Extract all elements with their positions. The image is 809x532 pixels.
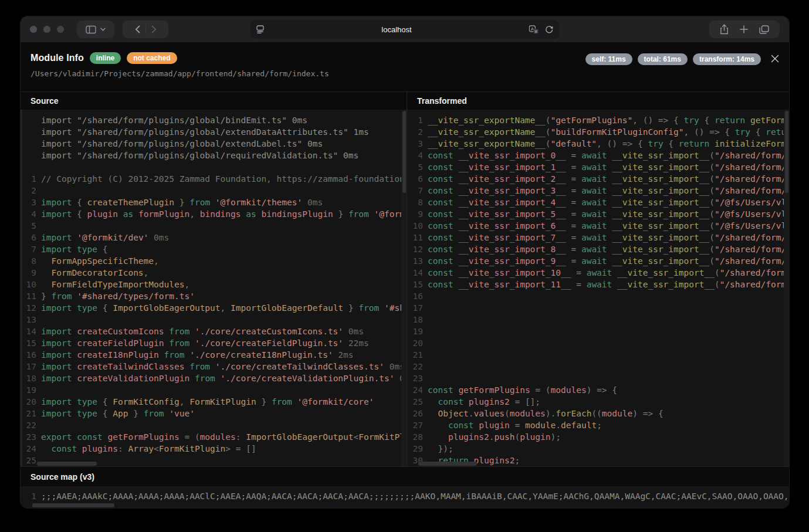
source-vscrollbar-thumb[interactable] <box>402 111 406 193</box>
code-panes: Source import "/shared/form/plugins/glob… <box>21 92 789 466</box>
code-line <box>21 161 407 173</box>
code-line: 4const __vite_ssr_import_0__ = await __v… <box>407 150 789 161</box>
line-number: 4 <box>407 150 423 161</box>
code-line: 24const getFormPlugins = (modules) => { <box>407 384 789 396</box>
transform-time-badge: transform: 14ms <box>693 53 761 65</box>
line-number <box>21 114 36 126</box>
code-line: 27 const plugin = module.default; <box>407 419 789 431</box>
code-line: import "/shared/form/plugins/global/exte… <box>21 138 407 150</box>
code-line: 16import createI18nPlugin from './core/c… <box>21 349 407 361</box>
line-number: 7 <box>407 185 423 196</box>
line-number: 4 <box>21 208 36 220</box>
minimize-window-button[interactable] <box>43 26 50 33</box>
module-info-header: Module Info inline not cached /Users/vla… <box>21 42 789 92</box>
line-number: 13 <box>21 314 36 326</box>
code-line: 20 <box>407 337 789 349</box>
code-line: 8 FormAppSpecificTheme, <box>21 255 407 267</box>
transformed-pane: Transformed 1__vite_ssr_exportName__("ge… <box>407 92 789 466</box>
code-line: 11} from '#shared/types/form.ts' <box>21 290 407 302</box>
line-number: 1 <box>21 490 36 502</box>
module-inspect-page: Module Info inline not cached /Users/vla… <box>21 42 789 508</box>
close-window-button[interactable] <box>30 26 37 33</box>
source-pane: Source import "/shared/form/plugins/glob… <box>21 92 407 466</box>
nav-buttons <box>123 21 168 38</box>
line-number: 16 <box>21 349 36 361</box>
total-time-badge: total: 61ms <box>638 53 688 65</box>
line-number: 29 <box>407 443 423 455</box>
share-icon[interactable] <box>720 24 729 35</box>
zoom-window-button[interactable] <box>57 26 64 33</box>
line-number: 8 <box>407 196 423 208</box>
code-line: 2 <box>21 185 407 196</box>
code-line: 13 <box>21 314 407 326</box>
line-number: 20 <box>407 337 423 349</box>
toolbar-right-buttons <box>709 21 780 38</box>
line-number: 3 <box>21 196 36 208</box>
sourcemap-title: Source map (v3) <box>21 466 789 486</box>
forward-icon[interactable] <box>151 25 157 33</box>
line-number: 11 <box>407 232 423 243</box>
new-tab-icon[interactable] <box>740 25 748 33</box>
source-code-editor[interactable]: import "/shared/form/plugins/global/bind… <box>21 110 407 466</box>
line-number: 15 <box>21 337 36 349</box>
code-line: 5 <box>21 220 407 232</box>
code-line: 22 <box>407 361 789 372</box>
translate-icon[interactable]: A x <box>529 25 539 34</box>
code-line: import "/shared/form/plugins/global/exte… <box>21 126 407 138</box>
sidebar-icon <box>86 25 96 34</box>
code-line: 20import type { FormKitConfig, FormKitPl… <box>21 396 407 408</box>
line-number: 23 <box>21 431 36 443</box>
line-number <box>21 161 36 173</box>
tab-overview-icon[interactable] <box>759 25 769 34</box>
line-number: 9 <box>407 208 423 220</box>
line-number: 10 <box>21 279 36 290</box>
reload-icon[interactable] <box>545 25 554 34</box>
line-number: 12 <box>407 243 423 255</box>
line-number: 28 <box>407 431 423 443</box>
code-line: 7const __vite_ssr_import_3__ = await __v… <box>407 185 789 196</box>
source-hscrollbar-thumb[interactable] <box>37 462 97 466</box>
line-number: 1 <box>407 114 423 126</box>
code-line: 1__vite_ssr_exportName__("getFormPlugins… <box>407 114 789 126</box>
not-cached-badge: not cached <box>127 52 177 64</box>
line-number: 19 <box>21 384 36 396</box>
code-line: 16 <box>407 290 789 302</box>
address-bar[interactable]: localhost A x <box>251 20 560 39</box>
line-number: 18 <box>407 314 423 326</box>
reader-icon[interactable] <box>256 25 265 33</box>
code-line: 18 <box>407 314 789 326</box>
code-line: 21 <box>407 349 789 361</box>
code-line: 23 <box>407 372 789 384</box>
sidebar-toggle-button[interactable] <box>77 21 114 38</box>
transformed-vscrollbar-thumb[interactable] <box>785 111 788 193</box>
transformed-hscrollbar-thumb[interactable] <box>418 462 477 466</box>
transformed-code-editor[interactable]: 1__vite_ssr_exportName__("getFormPlugins… <box>407 110 789 466</box>
line-number: 22 <box>407 361 423 372</box>
code-line: 12import type { ImportGlobEagerOutput, I… <box>21 302 407 314</box>
code-line: 9const __vite_ssr_import_5__ = await __v… <box>407 208 789 220</box>
line-number: 8 <box>21 255 36 267</box>
line-number: 21 <box>21 408 36 419</box>
line-number: 22 <box>21 419 36 431</box>
line-number: 26 <box>407 408 423 419</box>
timing-metrics: self: 11ms total: 61ms transform: 14ms <box>585 53 761 65</box>
url-text: localhost <box>265 25 529 34</box>
code-line: 1// Copyright (C) 2012-2025 Zammad Found… <box>21 173 407 185</box>
line-number: 3 <box>407 138 423 150</box>
line-number: 13 <box>407 255 423 267</box>
chevron-down-icon <box>100 28 106 31</box>
sourcemap-hscrollbar-thumb[interactable] <box>32 503 114 507</box>
code-line: 7import type { <box>21 243 407 255</box>
browser-titlebar: localhost A x <box>21 16 789 42</box>
code-line: import "/shared/form/plugins/global/requ… <box>21 150 407 161</box>
line-number: 12 <box>21 302 36 314</box>
code-line: import "/shared/form/plugins/global/bind… <box>21 114 407 126</box>
sourcemap-editor[interactable]: 1;;;AAEA;AAAkC;AAAA;AAAA;AAAA;AAClC;AAEA… <box>21 486 789 508</box>
code-line: 24 const plugins: Array<FormKitPlugin> =… <box>21 443 407 455</box>
back-icon[interactable] <box>135 25 140 33</box>
line-number: 1 <box>21 173 36 185</box>
line-number: 27 <box>407 419 423 431</box>
code-line: 21import type { App } from 'vue' <box>21 408 407 419</box>
close-button[interactable] <box>769 52 781 65</box>
browser-window: localhost A x <box>21 16 789 508</box>
